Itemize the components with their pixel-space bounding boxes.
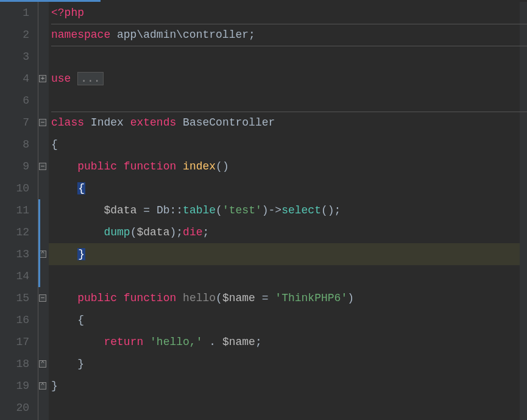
vcs-change-marker (38, 199, 40, 287)
code-line[interactable]: { (49, 309, 527, 331)
fold-collapse-icon[interactable]: − (39, 119, 46, 126)
code-line[interactable]: } (49, 375, 527, 397)
code-line[interactable]: } (49, 243, 527, 265)
keyword: use (51, 73, 71, 85)
keyword: extends (130, 116, 177, 129)
keyword: public (77, 292, 117, 304)
keyword: function (124, 160, 176, 173)
code-line[interactable]: <?php (49, 2, 527, 24)
line-number[interactable]: 4 (0, 68, 38, 90)
scope-op: :: (169, 204, 183, 216)
method-call: select (281, 204, 321, 216)
keyword: public (77, 160, 117, 173)
code-line[interactable]: return 'hello,' . $name; (49, 331, 527, 353)
line-number[interactable]: 12 (0, 221, 38, 243)
php-open-tag: <?php (51, 7, 84, 19)
line-number[interactable]: 15 (0, 287, 38, 309)
brace: { (77, 314, 84, 326)
variable: $data (104, 204, 136, 216)
code-line[interactable] (49, 90, 527, 112)
line-number[interactable]: 11 (0, 199, 38, 221)
line-number-gutter[interactable]: 1 2 3 4 6 7 8 9 10 11 12 13 14 15 16 17 … (0, 0, 38, 420)
variable: $name (222, 336, 255, 348)
code-editor[interactable]: 1 2 3 4 6 7 8 9 10 11 12 13 14 15 16 17 … (0, 0, 527, 420)
fold-end-icon[interactable]: ⌃ (39, 360, 46, 368)
code-line[interactable] (49, 265, 527, 287)
function-name: index (183, 160, 216, 173)
code-line[interactable]: dump($data);die; (49, 221, 527, 243)
code-line[interactable]: public function index() (49, 155, 527, 177)
method-call: table (183, 204, 216, 216)
line-number[interactable]: 19 (0, 375, 38, 397)
line-number[interactable]: 16 (0, 309, 38, 331)
punct: () (216, 160, 229, 173)
code-line[interactable] (49, 46, 527, 68)
brace: { (51, 138, 58, 151)
variable: $data (136, 226, 169, 238)
arrow-op: -> (269, 204, 282, 216)
code-line[interactable]: } (49, 353, 527, 375)
line-number[interactable]: 7 (0, 112, 38, 133)
active-tab-indicator (0, 0, 101, 2)
string: 'test' (222, 204, 262, 216)
line-number[interactable]: 9 (0, 155, 38, 177)
line-number[interactable]: 2 (0, 24, 38, 46)
line-number[interactable]: 8 (0, 133, 38, 155)
brace-matched: } (77, 248, 85, 260)
line-number[interactable]: 6 (0, 90, 38, 112)
line-number[interactable]: 14 (0, 265, 38, 287)
code-line[interactable]: { (49, 177, 527, 199)
line-number[interactable]: 18 (0, 353, 38, 375)
line-number[interactable]: 20 (0, 397, 38, 419)
fold-collapse-icon[interactable]: − (39, 294, 46, 302)
code-line[interactable]: namespace app\admin\controller; (49, 24, 527, 46)
line-number[interactable]: 3 (0, 46, 38, 68)
punct: ; (249, 29, 255, 41)
code-line[interactable]: public function hello($name = 'ThinkPHP6… (49, 287, 527, 309)
keyword: die (183, 226, 202, 238)
fold-expand-icon[interactable]: + (39, 75, 46, 82)
folded-region[interactable]: ... (77, 72, 103, 85)
line-number[interactable]: 17 (0, 331, 38, 353)
keyword: return (104, 336, 143, 348)
code-line[interactable] (49, 397, 527, 419)
brace-matched: { (77, 182, 85, 194)
line-number[interactable]: 13 (0, 243, 38, 265)
code-line[interactable]: use ... (49, 68, 527, 90)
class-name: BaseController (183, 116, 275, 129)
keyword: class (51, 116, 84, 129)
keyword: function (124, 292, 176, 304)
brace: } (77, 358, 84, 370)
code-area[interactable]: <?php namespace app\admin\controller; us… (49, 0, 527, 420)
namespace-path: app\admin\controller (110, 29, 249, 41)
function-call: dump (104, 226, 130, 238)
code-line[interactable]: class Index extends BaseController (49, 112, 527, 133)
line-number[interactable]: 10 (0, 177, 38, 199)
brace: } (51, 380, 58, 392)
fold-end-icon[interactable]: ⌃ (39, 382, 46, 390)
keyword: namespace (51, 29, 110, 41)
operator: = (143, 204, 150, 216)
string: 'hello,' (150, 336, 202, 348)
function-name: hello (183, 292, 216, 304)
class-ref: Db (157, 204, 170, 216)
variable: $name (222, 292, 255, 304)
string: 'ThinkPHP6' (275, 292, 347, 304)
code-line[interactable]: $data = Db::table('test')->select(); (49, 199, 527, 221)
class-name: Index (91, 116, 124, 129)
code-line[interactable]: { (49, 133, 527, 155)
fold-collapse-icon[interactable]: − (39, 163, 46, 170)
line-number[interactable]: 1 (0, 2, 38, 24)
